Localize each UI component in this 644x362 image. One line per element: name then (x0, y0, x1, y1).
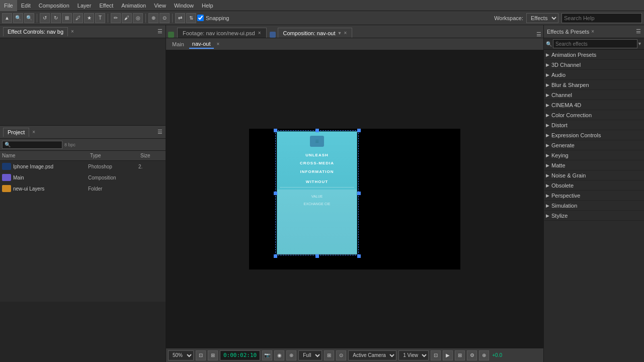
workspace-select[interactable]: Effects (526, 13, 558, 23)
comp-panel-tab[interactable]: Composition: nav-out ▼ × (278, 28, 353, 38)
project-item-0[interactable]: Iphone Image.psd Photoshop 2. (0, 161, 166, 172)
tool-3[interactable]: ⊞ (62, 13, 72, 23)
shape-tool[interactable]: ⊙ (159, 13, 170, 23)
menu-edit[interactable]: Edit (17, 0, 35, 11)
project-tab-close[interactable]: × (32, 129, 35, 135)
effect-category-animation-presets[interactable]: ▶ Animation Presets (544, 50, 644, 60)
handle-mr[interactable] (357, 192, 361, 195)
view-layout-select[interactable]: 1 View (398, 350, 429, 360)
col-header-name: Name (0, 153, 83, 158)
tool-6[interactable]: T (95, 13, 105, 23)
pen-tool[interactable]: ✏ (111, 13, 121, 23)
effect-controls-tab[interactable]: Effect Controls: nav bg (3, 27, 68, 36)
overlay-btn[interactable]: ⊙ (336, 350, 346, 360)
render-btn[interactable]: ▶ (443, 350, 453, 360)
tool-5[interactable]: ★ (84, 13, 94, 23)
effects-filter-icon[interactable]: ▼ (637, 41, 642, 46)
zoom-select[interactable]: 50% (168, 350, 194, 360)
effect-category-expression-controls[interactable]: ▶ Expression Controls (544, 130, 644, 140)
handle-br[interactable] (357, 254, 361, 258)
effect-category-audio[interactable]: ▶ Audio (544, 70, 644, 80)
menu-help[interactable]: Help (198, 0, 217, 11)
menu-composition[interactable]: Composition (35, 0, 73, 11)
effects-search-input[interactable] (553, 39, 637, 48)
project-item-type-1: Composition (88, 175, 138, 180)
move-tool-2[interactable]: ⇅ (186, 13, 196, 23)
project-menu[interactable]: ☰ (157, 129, 163, 135)
effect-category-noise-&-grain[interactable]: ▶ Noise & Grain (544, 170, 644, 180)
effect-name-9: Generate (551, 142, 575, 148)
effect-name-1: 3D Channel (551, 62, 581, 68)
snapping-toggle[interactable]: Snapping (197, 15, 229, 21)
camera-btn[interactable]: 📷 (262, 350, 272, 360)
effect-category-cinema-4d[interactable]: ▶ CINEMA 4D (544, 100, 644, 110)
effect-controls-menu[interactable]: ☰ (157, 28, 163, 35)
menu-animation[interactable]: Animation (117, 0, 150, 11)
eraser-tool[interactable]: ◎ (133, 13, 143, 23)
effect-category-matte[interactable]: ▶ Matte (544, 160, 644, 170)
settings-btn[interactable]: ⚙ (467, 350, 477, 360)
move-tool-1[interactable]: ⇄ (175, 13, 185, 23)
select-tool[interactable]: ▲ (2, 13, 12, 23)
comp-panel-menu[interactable]: ☰ (536, 31, 541, 38)
effect-category-stylize[interactable]: ▶ Stylize (544, 211, 644, 221)
tool-4[interactable]: 🖊 (73, 13, 83, 23)
effect-name-16: Stylize (551, 213, 568, 219)
grid-btn[interactable]: ⊞ (324, 350, 334, 360)
effect-category-blur-&-sharpen[interactable]: ▶ Blur & Sharpen (544, 80, 644, 90)
menu-file[interactable]: File (0, 0, 17, 11)
handle-bl[interactable] (274, 254, 277, 258)
effect-category-perspective[interactable]: ▶ Perspective (544, 191, 644, 201)
subtab-nav-out[interactable]: nav-out (189, 40, 214, 49)
frame-btn[interactable]: ⊞ (455, 350, 465, 360)
effect-category-color-correction[interactable]: ▶ Color Correction (544, 110, 644, 120)
effect-category-keying[interactable]: ▶ Keying (544, 150, 644, 160)
undo-btn[interactable]: ↺ (40, 13, 50, 23)
3d-view-btn[interactable]: ⊡ (431, 350, 441, 360)
handle-tr[interactable] (357, 129, 361, 132)
project-search-input[interactable] (2, 141, 62, 149)
menu-layer[interactable]: Layer (73, 0, 96, 11)
menu-window[interactable]: Window (170, 0, 198, 11)
puppet-tool[interactable]: ⊕ (148, 13, 158, 23)
effect-category-channel[interactable]: ▶ Channel (544, 90, 644, 100)
quality-select[interactable]: Full (298, 350, 322, 360)
project-item-2[interactable]: new-ui Layers Folder (0, 183, 166, 194)
menu-effect[interactable]: Effect (95, 0, 117, 11)
effect-category-generate[interactable]: ▶ Generate (544, 140, 644, 150)
zoom-tool[interactable]: 🔍 (13, 13, 23, 23)
axes-btn[interactable]: ⊕ (479, 350, 489, 360)
comp-tab-close[interactable]: × (344, 30, 347, 36)
effect-category-obsolete[interactable]: ▶ Obsolete (544, 180, 644, 191)
effects-presets-menu[interactable]: ☰ (636, 28, 641, 35)
color-btn[interactable]: ◉ (274, 350, 284, 360)
effect-category-3d-channel[interactable]: ▶ 3D Channel (544, 60, 644, 70)
menu-view[interactable]: View (150, 0, 170, 11)
effect-category-simulation[interactable]: ▶ Simulation (544, 201, 644, 211)
comp-dropdown[interactable]: ▼ (338, 31, 342, 36)
effects-search-bar: 🔍 ▼ (544, 38, 644, 50)
snapping-checkbox[interactable] (197, 15, 204, 21)
footage-tab-close[interactable]: × (258, 30, 261, 36)
search-help-input[interactable] (561, 13, 642, 23)
footage-panel-tab[interactable]: Footage: nav icon/new-ui.psd × (177, 28, 267, 38)
handle-tm[interactable] (315, 129, 319, 132)
handle-tl[interactable] (274, 129, 277, 132)
effect-category-distort[interactable]: ▶ Distort (544, 120, 644, 130)
handle-ml[interactable] (274, 192, 277, 195)
effects-presets-close[interactable]: × (591, 29, 594, 34)
redo-btn[interactable]: ↻ (51, 13, 61, 23)
effect-controls-close[interactable]: × (71, 29, 74, 34)
camera-view-select[interactable]: Active Camera (348, 350, 396, 360)
project-tab[interactable]: Project (3, 128, 29, 137)
subtab-close[interactable]: × (217, 41, 220, 47)
brush-tool[interactable]: 🖌 (122, 13, 132, 23)
zoom-out-tool[interactable]: 🔍 (24, 13, 34, 23)
handle-bm[interactable] (315, 254, 319, 258)
alpha-btn[interactable]: ⊕ (286, 350, 296, 360)
effect-arrow-8: ▶ (546, 133, 549, 138)
fit-btn[interactable]: ⊡ (196, 350, 206, 360)
snap-btn[interactable]: ⊞ (208, 350, 218, 360)
project-item-1[interactable]: Main Composition (0, 172, 166, 183)
subtab-main[interactable]: Main (169, 40, 187, 48)
